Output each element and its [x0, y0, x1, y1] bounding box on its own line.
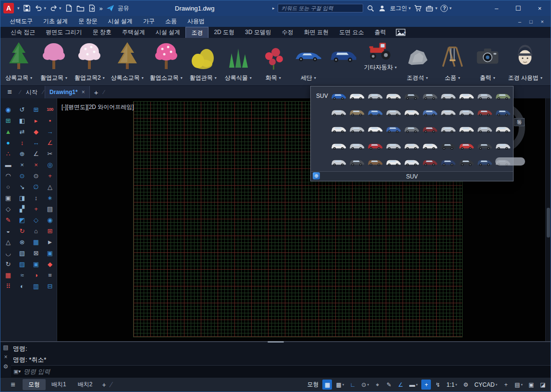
tool-icon[interactable]: ≈: [17, 270, 27, 280]
annotation-monitor-toggle[interactable]: ✎: [384, 380, 394, 390]
command-settings-icon[interactable]: ⚙: [3, 363, 9, 370]
start-tab[interactable]: 시작: [22, 88, 42, 96]
tool-icon[interactable]: +: [45, 171, 55, 180]
ribbon-tab-3[interactable]: 주택설계: [117, 27, 150, 38]
suv-car-thumbnail[interactable]: [440, 121, 457, 138]
suv-car-thumbnail[interactable]: [476, 105, 494, 121]
search-icon[interactable]: [367, 4, 375, 12]
display-options-button[interactable]: ▤▾: [513, 380, 525, 390]
tool-icon[interactable]: ▨: [17, 259, 27, 269]
online-content-icon[interactable]: ⊕: [313, 172, 320, 179]
command-input-icon[interactable]: ▣: [13, 368, 18, 375]
suv-car-thumbnail[interactable]: [403, 138, 420, 154]
ortho-mode-toggle[interactable]: ∟: [348, 380, 357, 390]
suv-car-thumbnail[interactable]: [384, 154, 402, 171]
tool-icon[interactable]: ⇄: [17, 127, 27, 136]
layout1-tab[interactable]: 배치1: [46, 379, 72, 390]
tool-icon[interactable]: ▦: [31, 237, 41, 247]
share-label[interactable]: 공유: [118, 4, 129, 12]
ribbon-tab-2[interactable]: 문 창호: [87, 27, 117, 38]
suv-car-thumbnail[interactable]: [421, 138, 439, 154]
login-button[interactable]: 로그인: [390, 4, 407, 12]
tool-icon[interactable]: ◧: [17, 116, 27, 125]
tool-icon[interactable]: →: [45, 127, 55, 136]
tool-icon[interactable]: ⠿: [3, 281, 13, 291]
viewport-label[interactable]: [-][평면도][2D 와이어프레임]: [61, 103, 134, 111]
tool-icon[interactable]: ⊠: [31, 248, 41, 258]
store-cart-icon[interactable]: [414, 4, 422, 12]
undo-icon[interactable]: [35, 4, 43, 12]
performance-monitor-toggle[interactable]: ◪: [538, 380, 548, 390]
import-file-icon[interactable]: [88, 4, 96, 12]
suv-car-thumbnail[interactable]: [458, 121, 476, 138]
suv-car-thumbnail[interactable]: [348, 154, 366, 171]
maximize-button[interactable]: ☐: [507, 0, 529, 16]
ribbon-tab-9[interactable]: 화면 표현: [299, 27, 334, 38]
menu-item[interactable]: 시설 설계: [103, 17, 138, 25]
toolbar-overflow-chevron[interactable]: »: [99, 5, 103, 12]
mdi-restore-icon[interactable]: □: [529, 19, 533, 24]
suv-car-thumbnail[interactable]: [476, 88, 494, 105]
tool-icon[interactable]: ◆: [31, 127, 41, 136]
ribbon-tab-4[interactable]: 시설 설계: [150, 27, 185, 38]
tool-icon[interactable]: ◉: [3, 105, 13, 114]
menu-item[interactable]: 사용법: [182, 17, 210, 25]
app-menu-caret[interactable]: ▾: [17, 6, 20, 11]
suv-car-thumbnail[interactable]: [348, 88, 366, 105]
share-icon[interactable]: [106, 4, 114, 12]
tool-icon[interactable]: △: [45, 182, 55, 191]
suv-car-thumbnail[interactable]: [330, 138, 347, 154]
tool-icon[interactable]: ○: [3, 182, 13, 191]
menu-item[interactable]: 선택도구: [4, 17, 38, 25]
menu-item[interactable]: 가구: [138, 17, 160, 25]
new-tab-button[interactable]: +: [90, 88, 103, 96]
suv-car-thumbnail[interactable]: [403, 88, 420, 105]
object-snap-toggle[interactable]: ⌖: [373, 380, 382, 390]
tool-icon[interactable]: ◐: [17, 281, 27, 291]
model-tab[interactable]: 모형: [23, 379, 46, 390]
tool-icon[interactable]: ↕: [31, 193, 41, 202]
suv-car-thumbnail[interactable]: [366, 88, 384, 105]
suv-car-thumbnail[interactable]: [330, 105, 347, 121]
suv-car-thumbnail[interactable]: [348, 138, 366, 154]
tool-icon[interactable]: ∗: [45, 193, 55, 202]
tool-icon[interactable]: ►: [45, 237, 55, 247]
viewcube-east-label[interactable]: 동: [514, 118, 525, 126]
redo-icon[interactable]: [49, 4, 58, 12]
menu-item[interactable]: 문 창문: [73, 17, 102, 25]
tool-icon[interactable]: ↺: [17, 105, 27, 114]
suv-car-thumbnail[interactable]: [330, 88, 347, 105]
ribbon-group-broadleaf-shrub[interactable]: 활엽관목▾: [189, 39, 218, 82]
suv-car-thumbnail[interactable]: [421, 88, 439, 105]
tab-close-icon[interactable]: ×: [82, 89, 85, 95]
tool-icon[interactable]: ▣: [45, 248, 55, 258]
login-caret[interactable]: ▾: [408, 6, 411, 11]
add-toolbar-button[interactable]: +: [501, 380, 511, 390]
tool-icon[interactable]: ▦: [3, 270, 13, 280]
vertical-scrollbar[interactable]: [545, 98, 551, 341]
tool-icon[interactable]: ×: [17, 160, 27, 169]
minimize-button[interactable]: –: [486, 0, 507, 16]
suv-car-thumbnail[interactable]: [494, 105, 512, 121]
tool-icon[interactable]: ◑: [31, 270, 41, 280]
tool-icon[interactable]: ◨: [17, 193, 27, 202]
tool-icon[interactable]: ⊟: [45, 281, 55, 291]
workspace-switcher[interactable]: CYCAD▾: [473, 380, 500, 390]
tool-icon[interactable]: ●: [3, 138, 13, 147]
ribbon-tab-0[interactable]: 신속 접근: [5, 27, 40, 38]
ribbon-tab-10[interactable]: 도면 요소: [334, 27, 369, 38]
tool-icon[interactable]: 100: [45, 105, 55, 114]
suv-car-thumbnail[interactable]: [458, 88, 476, 105]
suv-car-thumbnail[interactable]: [476, 138, 494, 154]
suv-car-thumbnail[interactable]: [421, 105, 439, 121]
suv-car-thumbnail[interactable]: [440, 105, 457, 121]
suv-car-thumbnail[interactable]: [458, 105, 476, 121]
mdi-close-icon[interactable]: ×: [541, 19, 544, 24]
tool-icon[interactable]: +: [31, 204, 41, 214]
ribbon-group-landscape-help[interactable]: 조경 사용법▾: [508, 39, 542, 82]
new-file-icon[interactable]: [65, 4, 73, 12]
tool-icon[interactable]: ∴: [3, 149, 13, 158]
suv-car-thumbnail[interactable]: [403, 121, 420, 138]
command-input-caret[interactable]: ▾: [18, 369, 21, 374]
suv-car-thumbnail[interactable]: [384, 121, 402, 138]
